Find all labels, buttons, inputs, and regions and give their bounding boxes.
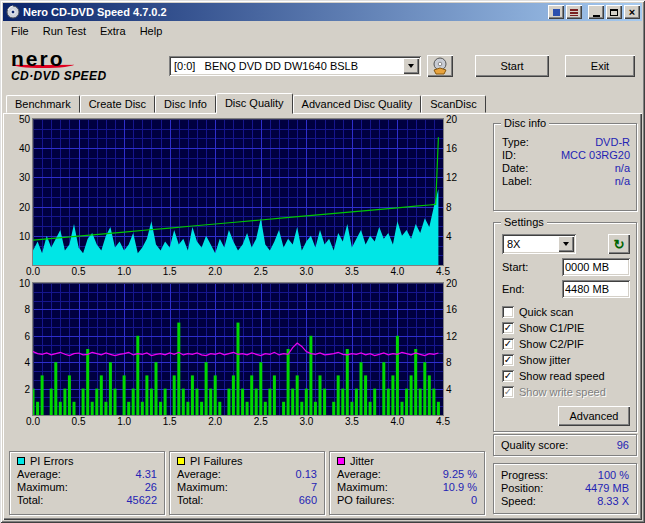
- tab-benchmark[interactable]: Benchmark: [6, 95, 80, 113]
- end-field[interactable]: [562, 280, 630, 298]
- menu-item-file[interactable]: File: [4, 23, 36, 39]
- checkbox-box[interactable]: ✓: [502, 370, 514, 382]
- titlebar-extra-button-1[interactable]: [548, 5, 564, 19]
- x-axis-tick: 0.5: [72, 416, 86, 427]
- speed-selector[interactable]: 8X: [502, 234, 576, 254]
- x-axis-tick: 4.0: [390, 416, 404, 427]
- end-field-label: End:: [502, 283, 525, 295]
- disc-info-rows: Type:DVD-RID:MCC 03RG20Date:n/aLabel:n/a: [502, 136, 630, 187]
- y-axis-tick: 4: [446, 384, 452, 395]
- exit-button[interactable]: Exit: [565, 55, 635, 77]
- disc-info-label: ID:: [502, 149, 538, 161]
- tab-advanced-disc-quality[interactable]: Advanced Disc Quality: [293, 95, 422, 113]
- checkbox-label: Quick scan: [519, 306, 573, 318]
- tab-disc-info[interactable]: Disc Info: [155, 95, 216, 113]
- drive-selector[interactable]: [0:0] BENQ DVD DD DW1640 BSLB: [169, 56, 421, 76]
- progress-rows: Progress:100 %Position:4479 MBSpeed:8.33…: [501, 469, 629, 507]
- y-axis-tick: 4: [24, 357, 30, 368]
- settings-group: Settings 8X ↻ Start: End:: [493, 222, 637, 432]
- chart2-left-axis: 108642: [9, 283, 33, 415]
- settings-checkboxes: Quick scan✓Show C1/PIE✓Show C2/PIF✓Show …: [502, 304, 630, 399]
- chart2-right-axis: 20161284: [443, 283, 463, 415]
- checkbox-box[interactable]: ✓: [502, 386, 514, 398]
- checkbox-show-write-speed[interactable]: ✓Show write speed: [502, 384, 630, 399]
- checkbox-show-read-speed[interactable]: ✓Show read speed: [502, 368, 630, 383]
- checkbox-show-c2-pif[interactable]: ✓Show C2/PIF: [502, 336, 630, 351]
- extra-icon-1: [553, 9, 560, 16]
- stat-head: PI Failures: [177, 455, 317, 467]
- tab-create-disc[interactable]: Create Disc: [80, 95, 155, 113]
- stat-label: Total:: [177, 494, 203, 506]
- x-axis-tick: 3.5: [345, 266, 359, 277]
- stat-label: Average:: [17, 468, 61, 480]
- app-window: Nero CD-DVD Speed 4.7.0.2 × FileRun Test…: [0, 0, 645, 523]
- stat-label: Maximum:: [17, 481, 68, 493]
- x-axis-tick: 1.5: [163, 266, 177, 277]
- y-axis-tick: 4: [446, 231, 452, 242]
- chart1-left-axis: 5040302010: [9, 119, 33, 265]
- progress-row: Speed:8.33 X: [501, 495, 629, 507]
- close-button[interactable]: ×: [624, 5, 640, 19]
- stat-label: Maximum:: [337, 481, 388, 493]
- progress-value: 8.33 X: [597, 495, 629, 507]
- progress-box: Progress:100 %Position:4479 MBSpeed:8.33…: [493, 463, 637, 514]
- close-icon: ×: [629, 7, 635, 17]
- minimize-button[interactable]: [588, 5, 604, 19]
- check-icon: ✓: [504, 387, 512, 397]
- x-axis-tick: 3.0: [299, 266, 313, 277]
- maximize-button[interactable]: [606, 5, 622, 19]
- x-axis-tick: 4.0: [390, 266, 404, 277]
- stat-value: 9.25 %: [443, 468, 477, 480]
- stat-panel-jitter: JitterAverage:9.25 %Maximum:10.9 %PO fai…: [329, 451, 485, 515]
- chart2-plot: [33, 283, 443, 415]
- hand-disc-icon: [431, 57, 449, 75]
- quality-score-box: Quality score: 96: [493, 434, 637, 456]
- side-panel: Disc info Type:DVD-RID:MCC 03RG20Date:n/…: [493, 119, 637, 515]
- checkbox-box[interactable]: ✓: [502, 322, 514, 334]
- stat-value: 7: [311, 481, 317, 493]
- checkbox-show-jitter[interactable]: ✓Show jitter: [502, 352, 630, 367]
- stat-value: 660: [299, 494, 317, 506]
- stat-label: Total:: [17, 494, 43, 506]
- burn-disc-button[interactable]: [427, 55, 453, 77]
- chevron-down-icon[interactable]: [403, 58, 419, 74]
- stat-row: Maximum:10.9 %: [337, 481, 477, 493]
- tab-scandisc[interactable]: ScanDisc: [421, 95, 485, 113]
- check-icon: ✓: [504, 323, 512, 333]
- x-axis-tick: 1.0: [117, 266, 131, 277]
- y-axis-tick: 12: [446, 172, 457, 183]
- refresh-icon: ↻: [614, 237, 625, 252]
- checkbox-quick-scan[interactable]: Quick scan: [502, 304, 630, 319]
- speed-selector-value: 8X: [502, 238, 558, 250]
- checkbox-show-c1-pie[interactable]: ✓Show C1/PIE: [502, 320, 630, 335]
- checkbox-label: Show write speed: [519, 386, 606, 398]
- x-axis-tick: 2.5: [254, 266, 268, 277]
- disc-info-value: n/a: [615, 162, 630, 174]
- speed-chevron-down-icon[interactable]: [558, 236, 574, 252]
- start-button[interactable]: Start: [475, 55, 549, 77]
- menu-item-help[interactable]: Help: [133, 23, 170, 39]
- checkbox-box[interactable]: ✓: [502, 338, 514, 350]
- advanced-button[interactable]: Advanced: [558, 406, 630, 426]
- titlebar-extra-button-2[interactable]: [566, 5, 582, 19]
- start-field[interactable]: [562, 258, 630, 276]
- legend-color-icon: [177, 457, 185, 465]
- stat-title: PI Failures: [190, 455, 243, 467]
- title-bar[interactable]: Nero CD-DVD Speed 4.7.0.2 ×: [3, 3, 642, 21]
- checkbox-box[interactable]: [502, 306, 514, 318]
- stat-title: Jitter: [350, 455, 374, 467]
- stat-head: PI Errors: [17, 455, 157, 467]
- checkbox-box[interactable]: ✓: [502, 354, 514, 366]
- menu-item-run-test[interactable]: Run Test: [36, 23, 93, 39]
- window-title: Nero CD-DVD Speed 4.7.0.2: [23, 6, 546, 18]
- menu-item-extra[interactable]: Extra: [93, 23, 133, 39]
- refresh-button[interactable]: ↻: [608, 234, 630, 254]
- y-axis-tick: 10: [19, 231, 30, 242]
- stat-label: Average:: [177, 468, 221, 480]
- quality-score-value: 96: [617, 439, 629, 451]
- stat-row: Average:9.25 %: [337, 468, 477, 480]
- stat-label: Maximum:: [177, 481, 228, 493]
- y-axis-tick: 8: [446, 202, 452, 213]
- progress-row: Position:4479 MB: [501, 482, 629, 494]
- tab-disc-quality[interactable]: Disc Quality: [216, 93, 293, 114]
